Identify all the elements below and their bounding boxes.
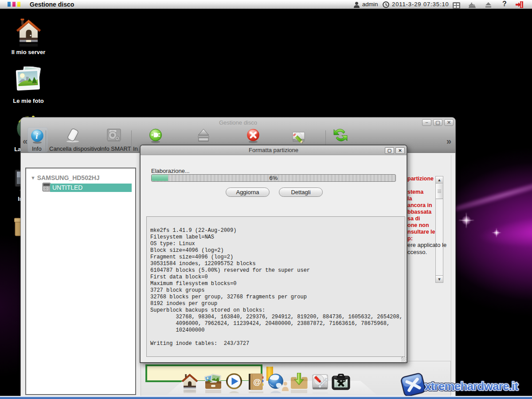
svg-text:xtremehardware.it: xtremehardware.it: [425, 379, 519, 393]
svg-text:@: @: [253, 378, 261, 387]
svg-text:i: i: [35, 131, 38, 141]
